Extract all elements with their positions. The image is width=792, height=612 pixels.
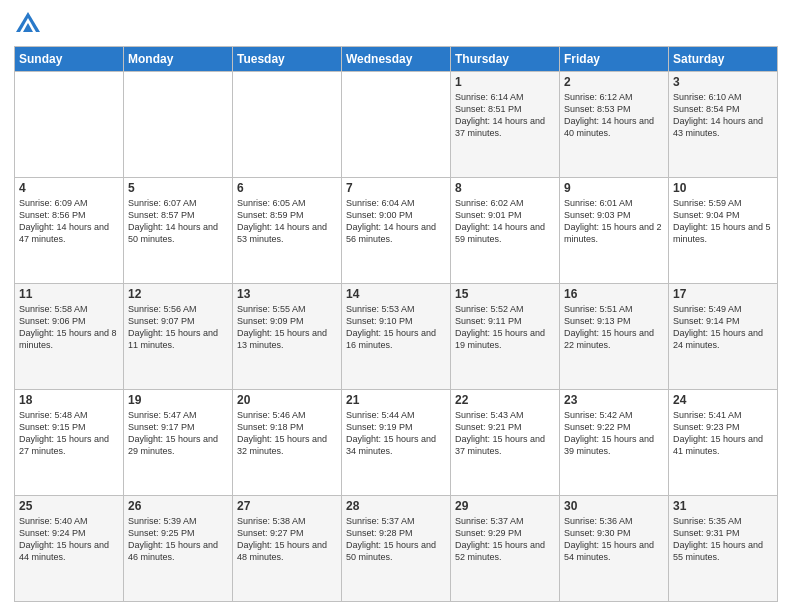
weekday-header-tuesday: Tuesday	[233, 47, 342, 72]
weekday-header-thursday: Thursday	[451, 47, 560, 72]
day-info: Sunrise: 5:55 AM Sunset: 9:09 PM Dayligh…	[237, 303, 337, 352]
logo	[14, 10, 46, 38]
day-cell: 17Sunrise: 5:49 AM Sunset: 9:14 PM Dayli…	[669, 284, 778, 390]
day-info: Sunrise: 5:53 AM Sunset: 9:10 PM Dayligh…	[346, 303, 446, 352]
day-cell: 2Sunrise: 6:12 AM Sunset: 8:53 PM Daylig…	[560, 72, 669, 178]
week-row-1: 1Sunrise: 6:14 AM Sunset: 8:51 PM Daylig…	[15, 72, 778, 178]
day-info: Sunrise: 5:43 AM Sunset: 9:21 PM Dayligh…	[455, 409, 555, 458]
day-cell: 26Sunrise: 5:39 AM Sunset: 9:25 PM Dayli…	[124, 496, 233, 602]
day-number: 31	[673, 499, 773, 513]
day-cell: 11Sunrise: 5:58 AM Sunset: 9:06 PM Dayli…	[15, 284, 124, 390]
day-cell: 19Sunrise: 5:47 AM Sunset: 9:17 PM Dayli…	[124, 390, 233, 496]
day-info: Sunrise: 5:59 AM Sunset: 9:04 PM Dayligh…	[673, 197, 773, 246]
day-cell: 18Sunrise: 5:48 AM Sunset: 9:15 PM Dayli…	[15, 390, 124, 496]
day-info: Sunrise: 5:44 AM Sunset: 9:19 PM Dayligh…	[346, 409, 446, 458]
day-info: Sunrise: 6:02 AM Sunset: 9:01 PM Dayligh…	[455, 197, 555, 246]
day-number: 16	[564, 287, 664, 301]
header	[14, 10, 778, 38]
weekday-header-wednesday: Wednesday	[342, 47, 451, 72]
day-number: 22	[455, 393, 555, 407]
day-info: Sunrise: 5:42 AM Sunset: 9:22 PM Dayligh…	[564, 409, 664, 458]
weekday-row: SundayMondayTuesdayWednesdayThursdayFrid…	[15, 47, 778, 72]
day-info: Sunrise: 5:58 AM Sunset: 9:06 PM Dayligh…	[19, 303, 119, 352]
day-number: 4	[19, 181, 119, 195]
day-cell	[15, 72, 124, 178]
day-info: Sunrise: 5:39 AM Sunset: 9:25 PM Dayligh…	[128, 515, 228, 564]
day-number: 17	[673, 287, 773, 301]
day-number: 24	[673, 393, 773, 407]
day-info: Sunrise: 6:04 AM Sunset: 9:00 PM Dayligh…	[346, 197, 446, 246]
day-info: Sunrise: 5:38 AM Sunset: 9:27 PM Dayligh…	[237, 515, 337, 564]
day-cell: 15Sunrise: 5:52 AM Sunset: 9:11 PM Dayli…	[451, 284, 560, 390]
day-cell: 20Sunrise: 5:46 AM Sunset: 9:18 PM Dayli…	[233, 390, 342, 496]
day-cell: 14Sunrise: 5:53 AM Sunset: 9:10 PM Dayli…	[342, 284, 451, 390]
day-number: 14	[346, 287, 446, 301]
day-cell	[233, 72, 342, 178]
day-cell: 7Sunrise: 6:04 AM Sunset: 9:00 PM Daylig…	[342, 178, 451, 284]
day-info: Sunrise: 6:14 AM Sunset: 8:51 PM Dayligh…	[455, 91, 555, 140]
calendar-header: SundayMondayTuesdayWednesdayThursdayFrid…	[15, 47, 778, 72]
day-number: 15	[455, 287, 555, 301]
day-info: Sunrise: 5:49 AM Sunset: 9:14 PM Dayligh…	[673, 303, 773, 352]
page: SundayMondayTuesdayWednesdayThursdayFrid…	[0, 0, 792, 612]
day-cell: 27Sunrise: 5:38 AM Sunset: 9:27 PM Dayli…	[233, 496, 342, 602]
day-number: 7	[346, 181, 446, 195]
day-cell: 31Sunrise: 5:35 AM Sunset: 9:31 PM Dayli…	[669, 496, 778, 602]
day-cell: 9Sunrise: 6:01 AM Sunset: 9:03 PM Daylig…	[560, 178, 669, 284]
day-info: Sunrise: 5:51 AM Sunset: 9:13 PM Dayligh…	[564, 303, 664, 352]
day-cell: 3Sunrise: 6:10 AM Sunset: 8:54 PM Daylig…	[669, 72, 778, 178]
day-number: 23	[564, 393, 664, 407]
day-number: 5	[128, 181, 228, 195]
day-cell: 25Sunrise: 5:40 AM Sunset: 9:24 PM Dayli…	[15, 496, 124, 602]
day-info: Sunrise: 6:07 AM Sunset: 8:57 PM Dayligh…	[128, 197, 228, 246]
day-info: Sunrise: 5:47 AM Sunset: 9:17 PM Dayligh…	[128, 409, 228, 458]
day-number: 29	[455, 499, 555, 513]
day-cell: 21Sunrise: 5:44 AM Sunset: 9:19 PM Dayli…	[342, 390, 451, 496]
week-row-5: 25Sunrise: 5:40 AM Sunset: 9:24 PM Dayli…	[15, 496, 778, 602]
day-number: 12	[128, 287, 228, 301]
day-number: 30	[564, 499, 664, 513]
day-number: 6	[237, 181, 337, 195]
day-info: Sunrise: 5:37 AM Sunset: 9:29 PM Dayligh…	[455, 515, 555, 564]
day-cell: 4Sunrise: 6:09 AM Sunset: 8:56 PM Daylig…	[15, 178, 124, 284]
day-number: 28	[346, 499, 446, 513]
day-info: Sunrise: 5:56 AM Sunset: 9:07 PM Dayligh…	[128, 303, 228, 352]
day-cell: 8Sunrise: 6:02 AM Sunset: 9:01 PM Daylig…	[451, 178, 560, 284]
day-number: 10	[673, 181, 773, 195]
day-info: Sunrise: 5:40 AM Sunset: 9:24 PM Dayligh…	[19, 515, 119, 564]
day-cell: 22Sunrise: 5:43 AM Sunset: 9:21 PM Dayli…	[451, 390, 560, 496]
day-info: Sunrise: 6:01 AM Sunset: 9:03 PM Dayligh…	[564, 197, 664, 246]
day-cell: 12Sunrise: 5:56 AM Sunset: 9:07 PM Dayli…	[124, 284, 233, 390]
day-number: 2	[564, 75, 664, 89]
weekday-header-sunday: Sunday	[15, 47, 124, 72]
day-cell: 29Sunrise: 5:37 AM Sunset: 9:29 PM Dayli…	[451, 496, 560, 602]
day-cell: 30Sunrise: 5:36 AM Sunset: 9:30 PM Dayli…	[560, 496, 669, 602]
day-number: 9	[564, 181, 664, 195]
day-number: 19	[128, 393, 228, 407]
day-info: Sunrise: 5:46 AM Sunset: 9:18 PM Dayligh…	[237, 409, 337, 458]
week-row-3: 11Sunrise: 5:58 AM Sunset: 9:06 PM Dayli…	[15, 284, 778, 390]
day-number: 13	[237, 287, 337, 301]
day-number: 27	[237, 499, 337, 513]
day-info: Sunrise: 5:52 AM Sunset: 9:11 PM Dayligh…	[455, 303, 555, 352]
day-number: 20	[237, 393, 337, 407]
day-number: 26	[128, 499, 228, 513]
day-number: 11	[19, 287, 119, 301]
weekday-header-saturday: Saturday	[669, 47, 778, 72]
day-number: 25	[19, 499, 119, 513]
day-number: 8	[455, 181, 555, 195]
day-cell: 24Sunrise: 5:41 AM Sunset: 9:23 PM Dayli…	[669, 390, 778, 496]
day-info: Sunrise: 6:10 AM Sunset: 8:54 PM Dayligh…	[673, 91, 773, 140]
week-row-2: 4Sunrise: 6:09 AM Sunset: 8:56 PM Daylig…	[15, 178, 778, 284]
day-info: Sunrise: 5:35 AM Sunset: 9:31 PM Dayligh…	[673, 515, 773, 564]
weekday-header-friday: Friday	[560, 47, 669, 72]
day-number: 21	[346, 393, 446, 407]
day-info: Sunrise: 5:48 AM Sunset: 9:15 PM Dayligh…	[19, 409, 119, 458]
day-info: Sunrise: 5:37 AM Sunset: 9:28 PM Dayligh…	[346, 515, 446, 564]
day-info: Sunrise: 6:09 AM Sunset: 8:56 PM Dayligh…	[19, 197, 119, 246]
day-info: Sunrise: 5:41 AM Sunset: 9:23 PM Dayligh…	[673, 409, 773, 458]
day-cell: 5Sunrise: 6:07 AM Sunset: 8:57 PM Daylig…	[124, 178, 233, 284]
day-cell: 23Sunrise: 5:42 AM Sunset: 9:22 PM Dayli…	[560, 390, 669, 496]
day-cell: 16Sunrise: 5:51 AM Sunset: 9:13 PM Dayli…	[560, 284, 669, 390]
day-number: 1	[455, 75, 555, 89]
